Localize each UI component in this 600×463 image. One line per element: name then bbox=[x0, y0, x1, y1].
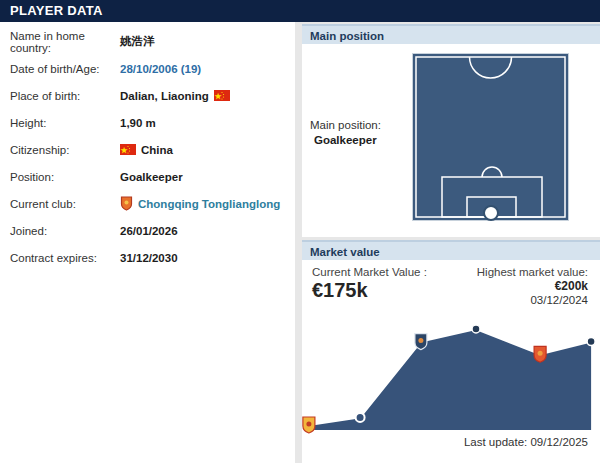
last-update-text: Last update: 09/12/2025 bbox=[464, 436, 588, 448]
row-date-of-birth: Date of birth/Age: 28/10/2006 (19) bbox=[0, 55, 295, 82]
row-label: Height: bbox=[10, 117, 120, 129]
main-position-panel: Main position Main position: Goalkeeper bbox=[302, 24, 600, 237]
player-data-panel: Name in home country: 姚浩洋 Date of birth/… bbox=[0, 22, 295, 463]
highest-market-value-label: Highest market value: bbox=[477, 266, 588, 278]
market-value-chart[interactable] bbox=[302, 308, 600, 443]
row-joined: Joined: 26/01/2026 bbox=[0, 217, 295, 244]
main-position-text: Main position: Goalkeeper bbox=[310, 118, 381, 148]
highest-market-value: €200k bbox=[477, 279, 588, 293]
current-market-value: €175k bbox=[312, 279, 427, 302]
svg-text:★: ★ bbox=[214, 92, 222, 101]
row-value: 26/01/2026 bbox=[120, 225, 178, 237]
club-badge-icon[interactable] bbox=[120, 196, 133, 211]
row-value: ★ China bbox=[120, 144, 173, 156]
date-of-birth-link[interactable]: 28/10/2006 (19) bbox=[120, 63, 201, 75]
row-label: Citizenship: bbox=[10, 144, 120, 156]
current-club-link[interactable]: Chongqing Tonglianglong bbox=[120, 196, 280, 211]
chart-point-ring[interactable] bbox=[356, 413, 365, 422]
current-market-value-label: Current Market Value : bbox=[312, 266, 427, 278]
row-position: Position: Goalkeeper bbox=[0, 163, 295, 190]
row-contract-expires: Contract expires: 31/12/2030 bbox=[0, 244, 295, 271]
chart-point-club-badge[interactable] bbox=[534, 346, 546, 362]
current-market-value-block: Current Market Value : €175k bbox=[312, 266, 427, 302]
chart-point-club-badge[interactable] bbox=[415, 334, 427, 350]
player-profile-page: PLAYER DATA Name in home country: 姚浩洋 Da… bbox=[0, 0, 600, 463]
main-position-value: Goalkeeper bbox=[314, 133, 381, 148]
row-label: Current club: bbox=[10, 198, 120, 210]
row-value: 姚浩洋 bbox=[120, 34, 155, 49]
row-label: Date of birth/Age: bbox=[10, 63, 120, 75]
chart-point-dot[interactable] bbox=[587, 338, 595, 346]
row-label: Joined: bbox=[10, 225, 120, 237]
highest-market-value-block: Highest market value: €200k 03/12/2024 bbox=[477, 266, 588, 306]
row-label: Position: bbox=[10, 171, 120, 183]
row-current-club: Current club: Chongqing Tonglianglong bbox=[0, 190, 295, 217]
row-label: Place of birth: bbox=[10, 90, 120, 102]
main-position-header: Main position bbox=[302, 24, 600, 44]
china-flag-icon: ★ bbox=[120, 144, 136, 155]
row-citizenship: Citizenship: ★ China bbox=[0, 136, 295, 163]
row-name-home-country: Name in home country: 姚浩洋 bbox=[0, 28, 295, 55]
svg-text:★: ★ bbox=[121, 146, 129, 155]
goalkeeper-position-marker bbox=[484, 206, 498, 220]
row-value: 31/12/2030 bbox=[120, 252, 178, 264]
chart-point-club-badge[interactable] bbox=[303, 417, 315, 433]
row-height: Height: 1,90 m bbox=[0, 109, 295, 136]
market-value-panel: Market value Current Market Value : €175… bbox=[302, 240, 600, 463]
main-position-label: Main position: bbox=[310, 118, 381, 133]
row-label: Contract expires: bbox=[10, 252, 120, 264]
row-value: Goalkeeper bbox=[120, 171, 183, 183]
chart-point-dot[interactable] bbox=[472, 325, 480, 333]
row-value: Dalian, Liaoning ★ bbox=[120, 90, 230, 102]
pitch-graphic bbox=[412, 53, 569, 221]
highest-market-value-date: 03/12/2024 bbox=[477, 294, 588, 306]
china-flag-icon: ★ bbox=[214, 90, 230, 101]
market-value-header: Market value bbox=[302, 240, 600, 260]
row-place-of-birth: Place of birth: Dalian, Liaoning ★ bbox=[0, 82, 295, 109]
page-title: PLAYER DATA bbox=[0, 0, 600, 22]
row-value: 1,90 m bbox=[120, 117, 156, 129]
row-label: Name in home country: bbox=[10, 30, 120, 54]
